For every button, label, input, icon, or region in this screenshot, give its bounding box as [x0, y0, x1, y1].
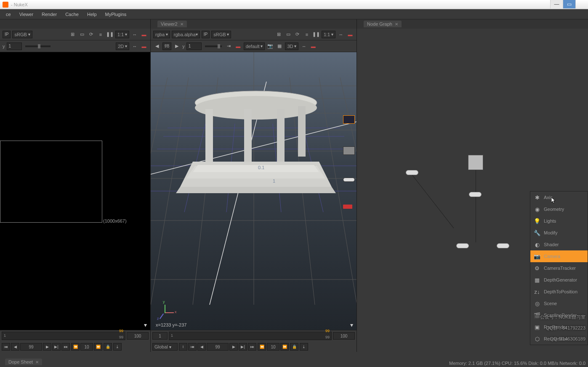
first-frame-button[interactable]: ⏮ [2, 343, 10, 351]
y-slider[interactable] [205, 45, 222, 47]
export-icon[interactable]: ⤓ [113, 343, 122, 351]
ip-toggle[interactable]: IP [202, 31, 210, 38]
mode-dropdown[interactable]: 2D ▾ [116, 43, 129, 50]
play-button[interactable]: ▶ [43, 343, 51, 351]
viewer2-tab[interactable]: Viewer2 ✕ [157, 21, 187, 27]
sample-dropdown[interactable]: default ▾ [244, 43, 265, 50]
red-icon[interactable]: ▬ [140, 31, 148, 38]
current-frame[interactable]: 99 [207, 343, 229, 351]
ctx-axis[interactable]: ✱Axis [530, 191, 588, 203]
grid-icon[interactable]: ▦ [276, 43, 283, 50]
colorspace-dropdown[interactable]: sRGB ▾ [211, 31, 231, 38]
ip-toggle[interactable]: IP [3, 31, 11, 38]
expand-icon[interactable]: ▾ [350, 322, 353, 328]
handle-icon[interactable]: ↔ [131, 31, 138, 38]
handle-icon[interactable]: ↔ [337, 31, 345, 38]
skip-fwd-button[interactable]: ⏩ [280, 343, 289, 351]
lock-icon[interactable]: 🔒 [290, 343, 298, 351]
thumbnail[interactable] [343, 178, 355, 182]
handle-icon[interactable]: ↔ [300, 43, 308, 50]
fstop-field[interactable]: f/8 [162, 43, 171, 50]
global-dropdown[interactable]: Global ▾ [152, 343, 178, 351]
frame-total[interactable]: 100 [127, 332, 149, 340]
expand-icon[interactable]: ▾ [144, 322, 147, 328]
next-frame-button[interactable]: ▶| [52, 343, 61, 351]
close-icon[interactable]: ✕ [395, 22, 398, 27]
y-field[interactable]: 1 [7, 43, 22, 50]
last-frame-button[interactable]: ⏭ [248, 343, 256, 351]
nodegraph-tab[interactable]: Node Graph ✕ [364, 21, 402, 27]
cam-icon[interactable]: 📷 [266, 43, 274, 50]
alpha-dropdown[interactable]: rgba.alpha▾ [172, 31, 200, 38]
y-field[interactable]: 1 [186, 43, 202, 50]
lock-icon[interactable]: ≡ [97, 31, 104, 38]
zoom-dropdown[interactable]: 1:1 ▾ [322, 31, 335, 38]
prev-icon[interactable]: ◀ [153, 43, 161, 50]
red-icon[interactable]: ▬ [234, 43, 242, 50]
thumbnail[interactable] [343, 115, 355, 124]
zoom-dropdown[interactable]: 1:1 ▾ [115, 31, 129, 38]
clip-icon[interactable]: ⊞ [69, 31, 77, 38]
y-slider[interactable] [25, 45, 51, 47]
prev-frame-button[interactable]: ◀ [197, 343, 206, 351]
lock-icon[interactable]: ≡ [303, 31, 311, 38]
refresh-icon[interactable]: ⟳ [88, 31, 95, 38]
ctx-cameratracker[interactable]: ⚙CameraTracker [530, 262, 588, 274]
menu-item[interactable]: Help [83, 12, 101, 17]
red-icon[interactable]: ▬ [346, 31, 354, 38]
menu-item[interactable]: Viewer [15, 12, 37, 17]
ctx-lights[interactable]: 💡Lights [530, 215, 588, 227]
roi-icon[interactable]: ▭ [285, 31, 292, 38]
ctx-modify[interactable]: 🔧Modify [530, 227, 588, 239]
viewer1-viewport[interactable]: (1000x667) ▾ [0, 52, 150, 330]
colorspace-dropdown[interactable]: sRGB ▾ [12, 31, 32, 38]
close-icon[interactable]: ✕ [180, 22, 184, 27]
timeline-track[interactable]: 99 1 99 [169, 332, 332, 340]
thumbnail[interactable] [343, 146, 355, 155]
node[interactable] [456, 243, 469, 248]
read-node[interactable] [468, 155, 483, 170]
red-icon[interactable]: ▬ [309, 43, 317, 50]
ctx-camera[interactable]: 📷Camera [530, 250, 588, 262]
menu-item[interactable]: Cache [61, 12, 83, 17]
next-frame-button[interactable]: ▶| [239, 343, 247, 351]
node[interactable] [497, 243, 509, 248]
close-button[interactable] [575, 0, 588, 8]
pause-icon[interactable]: ❚❚ [106, 31, 114, 38]
pause-icon[interactable]: ❚❚ [312, 31, 320, 38]
first-frame-button[interactable]: I [179, 343, 187, 351]
ctx-scene[interactable]: ◎Scene [530, 298, 588, 309]
prev-key-button[interactable]: ⏮ [188, 343, 197, 351]
skip-field[interactable]: 10 [80, 343, 93, 351]
refresh-icon[interactable]: ⟳ [294, 31, 301, 38]
close-icon[interactable]: ✕ [35, 360, 39, 364]
wipe-icon[interactable]: ⇥ [225, 43, 233, 50]
timeline-track[interactable]: 99 1 99 [2, 332, 125, 340]
ctx-geometry[interactable]: ◉Geometry [530, 203, 588, 215]
minimize-button[interactable]: — [550, 0, 563, 8]
menu-item[interactable]: Render [37, 12, 61, 17]
frame-start[interactable]: 1 [152, 332, 168, 340]
ctx-depthtoposition[interactable]: z↓DepthToPosition [530, 286, 588, 298]
dopesheet-tab[interactable]: Dope Sheet ✕ [5, 359, 42, 365]
skip-field[interactable]: 10 [267, 343, 279, 351]
handle-icon[interactable]: ↔ [131, 43, 138, 50]
current-frame[interactable]: 99 [20, 343, 42, 351]
lock-icon[interactable]: 🔒 [104, 343, 112, 351]
skip-back-button[interactable]: ⏪ [71, 343, 80, 351]
play-button[interactable]: ▶ [229, 343, 238, 351]
node-graph-canvas[interactable]: ✱Axis ◉Geometry 💡Lights 🔧Modify ◐Shader … [357, 29, 588, 352]
ctx-shader[interactable]: ◐Shader [530, 239, 588, 250]
skip-back-button[interactable]: ⏪ [258, 343, 266, 351]
mode-dropdown[interactable]: 3D ▾ [285, 43, 298, 50]
viewer2-viewport[interactable]: 0.1 1 yxz ▾ x=1233 y=-237 [151, 52, 357, 330]
prev-frame-button[interactable]: ◀ [11, 343, 19, 351]
channel-dropdown[interactable]: rgba ▾ [153, 31, 170, 38]
clip-icon[interactable]: ⊞ [275, 31, 283, 38]
last-frame-button[interactable]: ⏭ [61, 343, 70, 351]
skip-fwd-button[interactable]: ⏩ [94, 343, 102, 351]
menu-item[interactable]: MyPlugins [101, 12, 131, 17]
next-icon[interactable]: ▶ [173, 43, 181, 50]
roi-icon[interactable]: ▭ [78, 31, 86, 38]
frame-total[interactable]: 100 [333, 332, 355, 340]
